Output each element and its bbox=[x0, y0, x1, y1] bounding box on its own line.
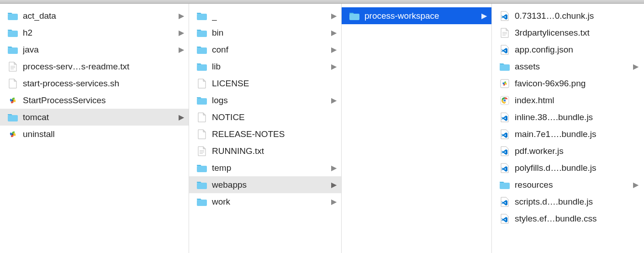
finder-row[interactable]: lib▶ bbox=[189, 58, 341, 75]
text-document-icon bbox=[498, 27, 511, 38]
finder-row[interactable]: bin▶ bbox=[189, 24, 341, 41]
document-icon bbox=[195, 129, 208, 140]
file-name-label: StartProcessServices bbox=[23, 95, 184, 106]
finder-row[interactable]: inline.38….bundle.js bbox=[492, 109, 643, 126]
finder-row[interactable]: act_data▶ bbox=[0, 7, 189, 24]
file-name-label: lib bbox=[212, 61, 330, 72]
disclosure-arrow-icon: ▶ bbox=[632, 180, 639, 189]
text-document-icon bbox=[195, 146, 208, 157]
file-name-label: _ bbox=[212, 11, 330, 21]
disclosure-arrow-icon: ▶ bbox=[330, 163, 337, 172]
folder-icon bbox=[498, 61, 511, 72]
folder-icon bbox=[195, 44, 208, 55]
code-file-icon bbox=[498, 44, 511, 55]
finder-row[interactable]: assets▶ bbox=[492, 58, 643, 75]
finder-row[interactable]: tomcat▶ bbox=[0, 109, 189, 126]
finder-row[interactable]: scripts.d….bundle.js bbox=[492, 193, 643, 210]
file-name-label: act_data bbox=[23, 11, 178, 21]
disclosure-arrow-icon: ▶ bbox=[178, 11, 184, 20]
disclosure-arrow-icon: ▶ bbox=[330, 45, 337, 54]
file-name-label: resources bbox=[515, 179, 632, 190]
file-name-label: conf bbox=[212, 44, 330, 55]
file-name-label: 0.73131…0.chunk.js bbox=[515, 11, 639, 21]
finder-row[interactable]: index.html bbox=[492, 92, 643, 109]
finder-row[interactable]: StartProcessServices bbox=[0, 92, 189, 109]
file-name-label: RUNNING.txt bbox=[212, 146, 337, 157]
window-titlebar bbox=[0, 0, 644, 4]
folder-icon bbox=[348, 11, 361, 21]
file-name-label: main.7e1….bundle.js bbox=[515, 129, 639, 140]
file-name-label: tomcat bbox=[23, 112, 178, 123]
finder-column-1: act_data▶ h2▶ java▶ process-serv…s-readm… bbox=[0, 4, 189, 253]
finder-column-3: process-workspace▶ bbox=[342, 4, 492, 253]
disclosure-arrow-icon: ▶ bbox=[330, 62, 337, 71]
code-file-icon bbox=[498, 196, 511, 207]
disclosure-arrow-icon: ▶ bbox=[178, 28, 184, 37]
finder-row[interactable]: NOTICE bbox=[189, 109, 341, 126]
file-name-label: pdf.worker.js bbox=[515, 146, 639, 157]
folder-icon bbox=[6, 44, 19, 55]
finder-row[interactable]: webapps▶ bbox=[189, 176, 341, 193]
folder-icon bbox=[195, 11, 208, 21]
file-name-label: app.config.json bbox=[515, 44, 639, 55]
folder-icon bbox=[6, 112, 19, 123]
folder-icon bbox=[195, 95, 208, 106]
finder-row[interactable]: process-serv…s-readme.txt bbox=[0, 58, 189, 75]
disclosure-arrow-icon: ▶ bbox=[178, 113, 184, 121]
finder-row[interactable]: main.7e1….bundle.js bbox=[492, 126, 643, 142]
finder-row[interactable]: _▶ bbox=[189, 7, 341, 24]
disclosure-arrow-icon: ▶ bbox=[330, 180, 337, 189]
finder-row[interactable]: logs▶ bbox=[189, 92, 341, 109]
finder-column-2: _▶ bin▶ conf▶ lib▶ LICENSE logs▶ NOTICE bbox=[189, 4, 342, 253]
file-name-label: NOTICE bbox=[212, 112, 337, 123]
finder-row[interactable]: app.config.json bbox=[492, 41, 643, 58]
finder-row[interactable]: uninstall bbox=[0, 126, 189, 142]
finder-row[interactable]: work▶ bbox=[189, 193, 341, 210]
file-name-label: index.html bbox=[515, 95, 639, 106]
file-name-label: uninstall bbox=[23, 129, 184, 140]
finder-row[interactable]: resources▶ bbox=[492, 176, 643, 193]
finder-row[interactable]: 3rdpartylicenses.txt bbox=[492, 24, 643, 41]
finder-row[interactable]: RELEASE-NOTES bbox=[189, 126, 341, 142]
folder-icon bbox=[195, 196, 208, 207]
finder-row[interactable]: polyfills.d….bundle.js bbox=[492, 159, 643, 176]
html-file-icon bbox=[498, 95, 511, 106]
finder-row[interactable]: styles.ef…bundle.css bbox=[492, 210, 643, 227]
file-name-label: polyfills.d….bundle.js bbox=[515, 163, 639, 174]
folder-icon bbox=[195, 179, 208, 190]
finder-columns: act_data▶ h2▶ java▶ process-serv…s-readm… bbox=[0, 4, 644, 253]
disclosure-arrow-icon: ▶ bbox=[178, 45, 184, 54]
disclosure-arrow-icon: ▶ bbox=[330, 197, 337, 206]
folder-icon bbox=[195, 27, 208, 38]
file-name-label: inline.38….bundle.js bbox=[515, 112, 639, 123]
finder-row[interactable]: conf▶ bbox=[189, 41, 341, 58]
file-name-label: work bbox=[212, 196, 330, 207]
folder-icon bbox=[498, 179, 511, 190]
code-file-icon bbox=[498, 11, 511, 21]
document-icon bbox=[6, 78, 19, 89]
disclosure-arrow-icon: ▶ bbox=[330, 28, 337, 37]
document-icon bbox=[195, 112, 208, 123]
file-name-label: RELEASE-NOTES bbox=[212, 129, 337, 140]
finder-row[interactable]: 0.73131…0.chunk.js bbox=[492, 7, 643, 24]
folder-icon bbox=[6, 11, 19, 21]
finder-row[interactable]: RUNNING.txt bbox=[189, 142, 341, 159]
file-name-label: java bbox=[23, 44, 178, 55]
finder-row[interactable]: favicon-96x96.png bbox=[492, 75, 643, 92]
finder-row[interactable]: java▶ bbox=[0, 41, 189, 58]
disclosure-arrow-icon: ▶ bbox=[632, 62, 639, 71]
finder-row[interactable]: pdf.worker.js bbox=[492, 142, 643, 159]
finder-column-4: 0.73131…0.chunk.js 3rdpartylicenses.txt … bbox=[492, 4, 643, 253]
disclosure-arrow-icon: ▶ bbox=[480, 11, 487, 20]
file-name-label: bin bbox=[212, 27, 330, 38]
finder-row[interactable]: start-process-services.sh bbox=[0, 75, 189, 92]
application-icon bbox=[6, 129, 19, 140]
finder-row[interactable]: h2▶ bbox=[0, 24, 189, 41]
file-name-label: h2 bbox=[23, 27, 178, 38]
file-name-label: LICENSE bbox=[212, 78, 337, 89]
finder-row[interactable]: process-workspace▶ bbox=[342, 7, 491, 24]
file-name-label: styles.ef…bundle.css bbox=[515, 213, 639, 224]
finder-row[interactable]: LICENSE bbox=[189, 75, 341, 92]
finder-row[interactable]: temp▶ bbox=[189, 159, 341, 176]
file-name-label: assets bbox=[515, 61, 632, 72]
